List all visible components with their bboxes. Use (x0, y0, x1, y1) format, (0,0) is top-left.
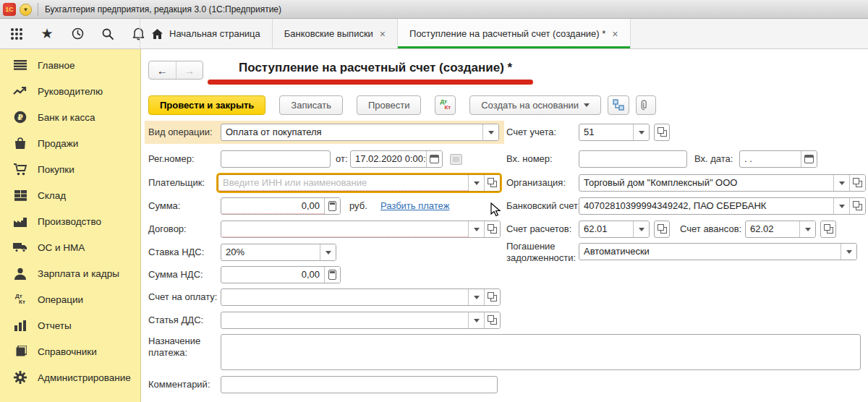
sidebar-item-label: Отчеты (38, 320, 72, 331)
payment-purpose-textarea[interactable] (221, 334, 861, 370)
post-and-close-button[interactable]: Провести и закрыть (148, 95, 265, 115)
chevron-down-icon (326, 251, 331, 255)
tab-home[interactable]: Начальная страница (140, 19, 273, 48)
document-date-input[interactable]: 17.02.2020 0:00:00 (350, 150, 443, 168)
dropdown-button[interactable] (468, 221, 484, 237)
advance-account-label: Счет авансов: (680, 221, 741, 238)
sidebar-item-bank-cash[interactable]: ₽ Банк и касса (0, 104, 140, 130)
sidebar-item-main[interactable]: Главное (0, 52, 140, 78)
calculator-button[interactable] (324, 267, 340, 283)
attachments-button[interactable] (636, 95, 656, 115)
chevron-down-icon (474, 181, 480, 185)
open-icon (490, 227, 497, 234)
open-icon (660, 130, 667, 137)
sidebar-item-directories[interactable]: Справочники (0, 338, 140, 364)
settlement-account-open-button[interactable] (654, 221, 670, 238)
tab-bank-statements[interactable]: Банковские выписки × (273, 19, 398, 48)
organization-select[interactable]: Торговый дом "Комплексный" ООО (579, 174, 866, 192)
sidebar-item-purchases[interactable]: Покупки (0, 156, 140, 182)
bank-account-select[interactable]: 40702810399994349242, ПАО СБЕРБАНК (579, 197, 866, 215)
sidebar-item-production[interactable]: Производство (0, 208, 140, 234)
dropdown-button[interactable] (482, 124, 498, 140)
invoice-label: Счет на оплату: (148, 288, 217, 306)
app-window: 1С ▼ Бухгалтерия предприятия, редакция 3… (0, 0, 868, 402)
favorites-icon[interactable]: ★ (39, 26, 55, 42)
sidebar-item-label: Склад (38, 190, 66, 201)
open-icon (490, 181, 497, 187)
payer-input[interactable]: Введите ИНН или наименование (218, 174, 501, 192)
document-structure-button[interactable] (608, 95, 629, 115)
operation-type-select[interactable]: Оплата от покупателя (221, 124, 499, 141)
cashflow-item-open-button[interactable] (484, 312, 500, 328)
tab-bar: ★ Начальная страница (0, 19, 868, 49)
organization-label: Организация: (506, 174, 566, 192)
vat-amount-input[interactable]: 0,00 (221, 266, 341, 283)
contract-open-button[interactable] (484, 221, 500, 237)
dropdown-button[interactable] (633, 221, 649, 237)
post-button[interactable]: Провести (357, 95, 422, 115)
reg-number-input[interactable] (221, 150, 331, 168)
debt-repayment-select[interactable]: Автоматически (579, 243, 857, 260)
sidebar-item-reports[interactable]: Отчеты (0, 312, 140, 338)
sidebar-item-administration[interactable]: Администрирование (0, 364, 140, 390)
system-menu-button[interactable]: ▼ (20, 4, 32, 16)
account-select[interactable]: 51 (579, 124, 650, 141)
incoming-date-input[interactable]: . . (739, 150, 817, 168)
sidebar-item-operations[interactable]: ДтКт Операции (0, 286, 140, 312)
account-open-button[interactable] (654, 124, 670, 141)
contract-select[interactable] (221, 221, 501, 238)
split-payment-link[interactable]: Разбить платеж (380, 197, 449, 215)
payer-open-button[interactable] (484, 175, 500, 191)
sidebar-item-manager[interactable]: Руководителю (0, 78, 140, 104)
chevron-down-icon (839, 205, 845, 208)
dropdown-button[interactable] (468, 289, 484, 305)
advance-account-select[interactable]: 62.02 (745, 221, 816, 238)
history-icon[interactable] (69, 26, 85, 42)
dropdown-button[interactable] (468, 175, 484, 191)
forward-button[interactable]: → (176, 61, 203, 79)
tab-receipt-document[interactable]: Поступление на расчетный счет (создание)… (398, 19, 630, 48)
close-icon[interactable]: × (612, 29, 618, 39)
open-icon (490, 318, 497, 325)
calendar-button[interactable] (426, 151, 442, 167)
sidebar-item-warehouse[interactable]: Склад (0, 182, 140, 208)
cashflow-item-select[interactable] (221, 312, 501, 329)
invoice-select[interactable] (221, 288, 501, 306)
close-icon[interactable]: × (380, 29, 386, 39)
dropdown-button[interactable] (833, 198, 849, 214)
invoice-open-button[interactable] (484, 289, 500, 305)
save-button[interactable]: Записать (279, 95, 343, 115)
show-postings-dtkt-button[interactable]: ДтКт (435, 95, 456, 115)
sidebar-item-fixed-assets[interactable]: ОС и НМА (0, 234, 140, 260)
dropdown-button[interactable] (841, 244, 856, 260)
apps-menu-icon[interactable] (9, 26, 25, 42)
bank-account-open-button[interactable] (849, 198, 865, 214)
create-based-on-button[interactable]: Создать на основании (469, 95, 601, 115)
sidebar-item-sales[interactable]: Продажи (0, 130, 140, 156)
settlement-account-select[interactable]: 62.01 (579, 221, 650, 238)
search-icon[interactable] (100, 26, 116, 42)
operation-type-label: Вид операции: (148, 124, 213, 141)
incoming-number-input[interactable] (579, 150, 687, 168)
sidebar-item-label: Администрирование (38, 372, 131, 383)
dropdown-button[interactable] (320, 244, 336, 260)
comment-input[interactable] (221, 376, 498, 393)
books-icon (12, 344, 28, 359)
trend-icon (12, 84, 28, 98)
calculator-button[interactable] (324, 198, 340, 214)
sidebar-item-payroll-hr[interactable]: Зарплата и кадры (0, 260, 140, 286)
dropdown-button[interactable] (799, 221, 815, 237)
open-icon (490, 295, 497, 302)
date-from-label: от: (336, 150, 348, 168)
calendar-button[interactable] (801, 151, 817, 167)
dropdown-button[interactable] (468, 312, 484, 328)
dropdown-button[interactable] (633, 124, 649, 140)
vat-rate-select[interactable]: 20% (221, 244, 336, 261)
back-button[interactable]: ← (149, 61, 176, 79)
sidebar-item-label: Справочники (38, 346, 97, 357)
comment-label: Комментарий: (148, 376, 210, 393)
organization-open-button[interactable] (849, 175, 865, 191)
dropdown-button[interactable] (833, 175, 849, 191)
advance-account-open-button[interactable] (820, 221, 836, 238)
amount-input[interactable]: 0,00 (221, 197, 341, 215)
